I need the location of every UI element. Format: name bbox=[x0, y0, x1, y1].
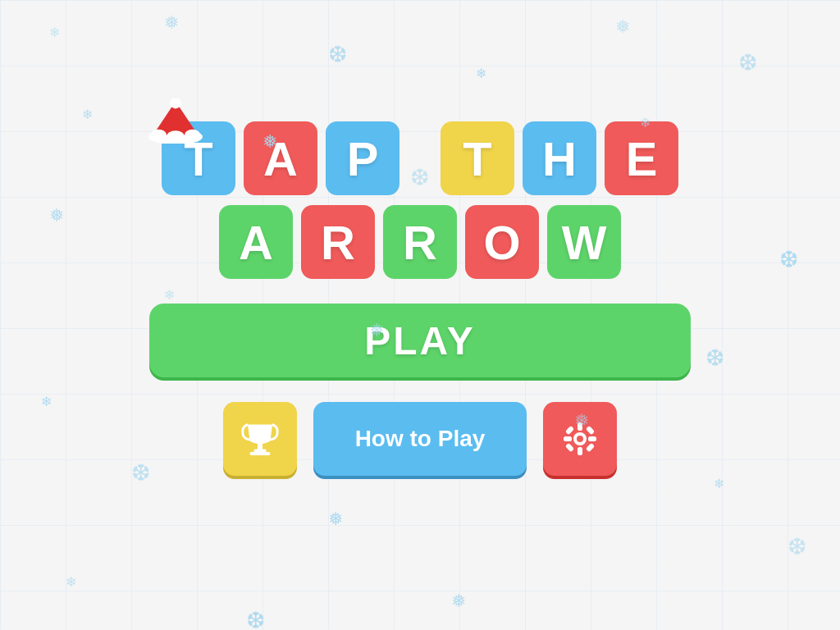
svg-rect-13 bbox=[564, 436, 572, 441]
svg-rect-16 bbox=[586, 426, 595, 435]
bottom-row: How to Play bbox=[223, 402, 617, 476]
how-to-play-button[interactable]: How to Play bbox=[313, 402, 527, 476]
tile-P: P bbox=[326, 121, 399, 195]
svg-point-3 bbox=[151, 130, 167, 141]
play-button[interactable]: PLAY bbox=[149, 304, 691, 377]
trophy-button[interactable] bbox=[223, 402, 297, 476]
svg-rect-11 bbox=[578, 422, 582, 431]
svg-rect-12 bbox=[578, 447, 582, 455]
tile-T2: T bbox=[441, 121, 514, 195]
santa-hat-icon bbox=[147, 98, 204, 144]
svg-rect-14 bbox=[588, 436, 596, 441]
gear-icon bbox=[559, 418, 600, 459]
settings-button[interactable] bbox=[543, 402, 617, 476]
title-row-1: T A P T H E bbox=[162, 121, 678, 195]
tile-A1: A bbox=[244, 121, 317, 195]
tile-R1: R bbox=[301, 205, 375, 279]
svg-rect-15 bbox=[565, 426, 574, 435]
svg-rect-7 bbox=[250, 452, 271, 455]
trophy-icon bbox=[240, 418, 281, 459]
svg-rect-17 bbox=[565, 443, 574, 452]
tile-W: W bbox=[547, 205, 621, 279]
svg-point-10 bbox=[577, 436, 583, 442]
svg-point-5 bbox=[185, 130, 200, 141]
svg-point-4 bbox=[167, 130, 185, 142]
tile-t-wrapper: T bbox=[162, 121, 235, 195]
tile-A2: A bbox=[219, 205, 293, 279]
main-content: T A P T H E A R R O W PLAY bbox=[0, 0, 840, 630]
tile-H: H bbox=[523, 121, 596, 195]
tile-E: E bbox=[605, 121, 678, 195]
tile-R2: R bbox=[383, 205, 457, 279]
svg-rect-18 bbox=[586, 443, 595, 452]
tile-O: O bbox=[465, 205, 539, 279]
title-area: T A P T H E A R R O W bbox=[162, 121, 678, 279]
title-row-2: A R R O W bbox=[219, 205, 621, 279]
svg-rect-6 bbox=[254, 450, 267, 453]
svg-point-2 bbox=[170, 98, 181, 108]
